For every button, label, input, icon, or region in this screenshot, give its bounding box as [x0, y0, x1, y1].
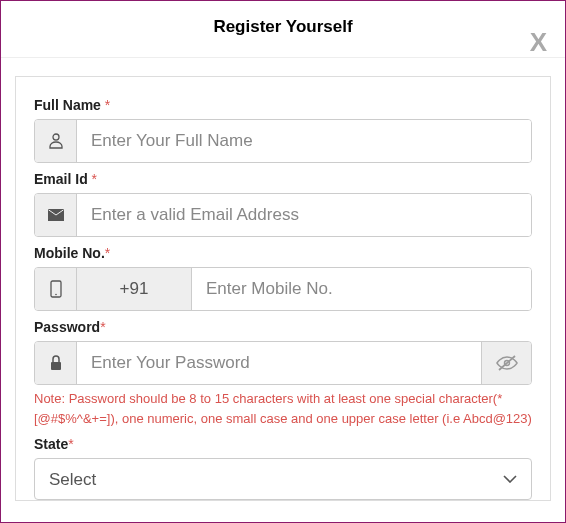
password-label: Password*: [34, 319, 532, 335]
mobile-group: Mobile No.* +91: [34, 245, 532, 311]
svg-point-1: [55, 294, 57, 296]
label-text: Email Id: [34, 171, 92, 187]
password-note: Note: Password should be 8 to 15 charact…: [34, 389, 532, 428]
label-text: Full Name: [34, 97, 105, 113]
mobile-icon: [35, 268, 77, 310]
required-indicator: *: [105, 97, 110, 113]
modal-body-wrapper: Full Name * Email Id *: [1, 58, 565, 501]
required-indicator: *: [92, 171, 97, 187]
state-select[interactable]: Select: [35, 459, 531, 499]
state-select-group: Select: [34, 458, 532, 500]
mobile-input[interactable]: [192, 268, 531, 310]
email-group: Email Id *: [34, 171, 532, 237]
label-text: State: [34, 436, 68, 452]
required-indicator: *: [105, 245, 110, 261]
password-input-group: [34, 341, 532, 385]
modal-title: Register Yourself: [1, 17, 565, 37]
lock-icon: [35, 342, 77, 384]
password-group: Password* Note: Password should be 8 to …: [34, 319, 532, 428]
email-label: Email Id *: [34, 171, 532, 187]
modal-body[interactable]: Full Name * Email Id *: [15, 76, 551, 501]
required-indicator: *: [68, 436, 73, 452]
label-text: Password: [34, 319, 100, 335]
modal-header: Register Yourself X: [1, 1, 565, 58]
fullname-group: Full Name *: [34, 97, 532, 163]
fullname-input-group: [34, 119, 532, 163]
email-input-group: [34, 193, 532, 237]
state-label: State*: [34, 436, 532, 452]
svg-rect-2: [51, 362, 61, 370]
state-group: State* Select: [34, 436, 532, 500]
mobile-input-group: +91: [34, 267, 532, 311]
eye-slash-icon: [496, 354, 518, 372]
password-input[interactable]: [77, 342, 481, 384]
required-indicator: *: [100, 319, 105, 335]
user-icon: [35, 120, 77, 162]
envelope-icon: [35, 194, 77, 236]
mobile-prefix: +91: [77, 268, 192, 310]
fullname-input[interactable]: [77, 120, 531, 162]
toggle-password-visibility[interactable]: [481, 342, 531, 384]
email-input[interactable]: [77, 194, 531, 236]
close-button[interactable]: X: [530, 29, 547, 55]
mobile-label: Mobile No.*: [34, 245, 532, 261]
label-text: Mobile No.: [34, 245, 105, 261]
fullname-label: Full Name *: [34, 97, 532, 113]
